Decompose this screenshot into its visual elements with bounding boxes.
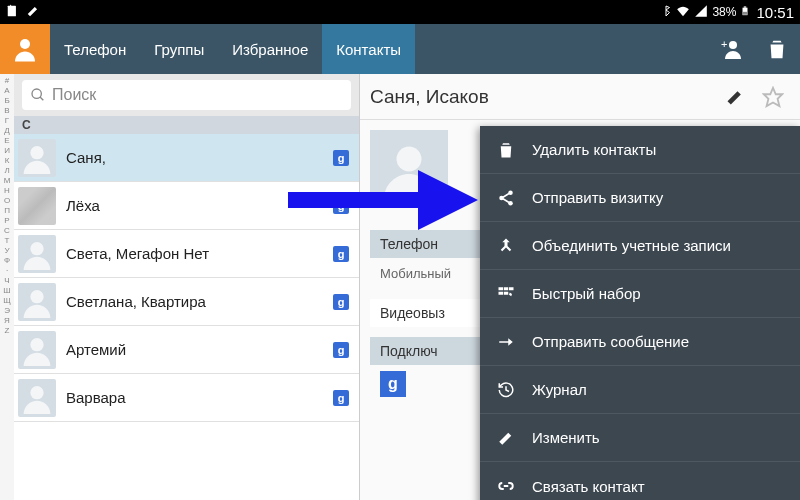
- index-letter[interactable]: ·: [6, 266, 8, 276]
- index-letter[interactable]: С: [4, 226, 10, 236]
- contact-row[interactable]: Артемийg: [14, 326, 359, 374]
- alphabet-index[interactable]: #АБВГДЕИКЛМНОПРСТУФ·ЧШЩЭЯZ: [0, 74, 14, 500]
- svg-line-19: [503, 193, 509, 197]
- history-icon: [494, 381, 518, 399]
- svg-marker-14: [764, 87, 782, 105]
- menu-item-label: Отправить сообщение: [532, 333, 689, 350]
- google-badge: g: [333, 342, 349, 358]
- contact-row[interactable]: Света, Мегафон Нетg: [14, 230, 359, 278]
- contact-row[interactable]: Светлана, Квартираg: [14, 278, 359, 326]
- index-letter[interactable]: В: [4, 106, 9, 116]
- svg-line-20: [503, 198, 509, 202]
- menu-item-edit[interactable]: Изменить: [480, 414, 800, 462]
- contact-list-pane: Поиск С Саня,gЛёхаgСвета, Мегафон НетgСв…: [14, 74, 360, 500]
- tab-contacts[interactable]: Контакты: [322, 24, 415, 74]
- index-letter[interactable]: Т: [5, 236, 10, 246]
- index-letter[interactable]: Ф: [4, 256, 10, 266]
- index-letter[interactable]: П: [4, 206, 10, 216]
- menu-item-label: Отправить визитку: [532, 189, 663, 206]
- edit-notification-icon: [26, 4, 40, 21]
- svg-point-5: [729, 41, 737, 49]
- svg-point-9: [30, 146, 43, 159]
- index-letter[interactable]: Н: [4, 186, 10, 196]
- index-letter[interactable]: О: [4, 196, 10, 206]
- svg-rect-2: [744, 6, 747, 7]
- svg-point-12: [30, 338, 43, 351]
- contact-name: Лёха: [66, 197, 100, 214]
- google-badge: g: [333, 150, 349, 166]
- contact-avatar: [18, 331, 56, 369]
- android-status-bar: 38% 10:51: [0, 0, 800, 24]
- bluetooth-icon: [660, 4, 672, 21]
- svg-rect-25: [504, 291, 509, 294]
- menu-item-send[interactable]: Отправить сообщение: [480, 318, 800, 366]
- contact-avatar: [18, 187, 56, 225]
- index-letter[interactable]: #: [5, 76, 9, 86]
- google-badge: g: [333, 294, 349, 310]
- index-letter[interactable]: Щ: [3, 296, 11, 306]
- notification-icon: [6, 4, 20, 21]
- menu-item-merge[interactable]: Объединить учетные записи: [480, 222, 800, 270]
- menu-item-speed[interactable]: Быстрый набор: [480, 270, 800, 318]
- svg-rect-22: [504, 287, 509, 290]
- svg-point-7: [32, 89, 41, 98]
- menu-item-label: Связать контакт: [532, 478, 645, 495]
- svg-text:+: +: [721, 38, 727, 50]
- contact-list: Саня,gЛёхаgСвета, Мегафон НетgСветлана, …: [14, 134, 359, 500]
- index-letter[interactable]: Р: [4, 216, 9, 226]
- contact-row[interactable]: Лёхаg: [14, 182, 359, 230]
- svg-point-11: [30, 290, 43, 303]
- menu-item-label: Быстрый набор: [532, 285, 641, 302]
- menu-item-label: Изменить: [532, 429, 600, 446]
- link-icon: [494, 477, 518, 495]
- send-icon: [494, 333, 518, 351]
- index-letter[interactable]: Г: [5, 116, 9, 126]
- tab-favorites[interactable]: Избранное: [218, 24, 322, 74]
- index-letter[interactable]: Е: [4, 136, 9, 146]
- menu-item-label: Журнал: [532, 381, 587, 398]
- contact-avatar: [18, 283, 56, 321]
- search-bar: Поиск: [14, 74, 359, 116]
- index-letter[interactable]: М: [4, 176, 11, 186]
- index-letter[interactable]: И: [4, 146, 10, 156]
- contact-name: Света, Мегафон Нет: [66, 245, 209, 262]
- index-letter[interactable]: Д: [4, 126, 9, 136]
- add-contact-button[interactable]: +: [708, 24, 754, 74]
- contact-detail-name: Саня, Исаков: [370, 86, 714, 108]
- favorite-star-button[interactable]: [756, 80, 790, 114]
- tab-groups[interactable]: Группы: [140, 24, 218, 74]
- svg-point-13: [30, 386, 43, 399]
- menu-item-label: Удалить контакты: [532, 141, 656, 158]
- menu-item-trash[interactable]: Удалить контакты: [480, 126, 800, 174]
- svg-point-10: [30, 242, 43, 255]
- svg-rect-3: [743, 11, 747, 14]
- edit-contact-button[interactable]: [718, 80, 752, 114]
- menu-item-link[interactable]: Связать контакт: [480, 462, 800, 500]
- app-header: Телефон Группы Избранное Контакты +: [0, 24, 800, 74]
- index-letter[interactable]: У: [4, 246, 9, 256]
- speed-icon: [494, 285, 518, 303]
- index-letter[interactable]: Э: [4, 306, 10, 316]
- svg-rect-21: [499, 287, 504, 290]
- index-letter[interactable]: А: [4, 86, 9, 96]
- index-letter[interactable]: Ч: [4, 276, 9, 286]
- contact-row[interactable]: Саня,g: [14, 134, 359, 182]
- edit-icon: [494, 429, 518, 447]
- menu-item-share[interactable]: Отправить визитку: [480, 174, 800, 222]
- search-input[interactable]: Поиск: [22, 80, 351, 110]
- index-letter[interactable]: Ш: [3, 286, 10, 296]
- clock: 10:51: [756, 4, 794, 21]
- section-letter: С: [14, 116, 359, 134]
- tab-phone[interactable]: Телефон: [50, 24, 140, 74]
- menu-item-history[interactable]: Журнал: [480, 366, 800, 414]
- contact-name: Светлана, Квартира: [66, 293, 206, 310]
- index-letter[interactable]: Л: [4, 166, 9, 176]
- delete-button[interactable]: [754, 24, 800, 74]
- index-letter[interactable]: Z: [5, 326, 10, 336]
- index-letter[interactable]: К: [5, 156, 10, 166]
- index-letter[interactable]: Я: [4, 316, 10, 326]
- contact-row[interactable]: Варвараg: [14, 374, 359, 422]
- index-letter[interactable]: Б: [4, 96, 9, 106]
- google-badge: g: [333, 198, 349, 214]
- google-connection-badge[interactable]: g: [380, 371, 406, 397]
